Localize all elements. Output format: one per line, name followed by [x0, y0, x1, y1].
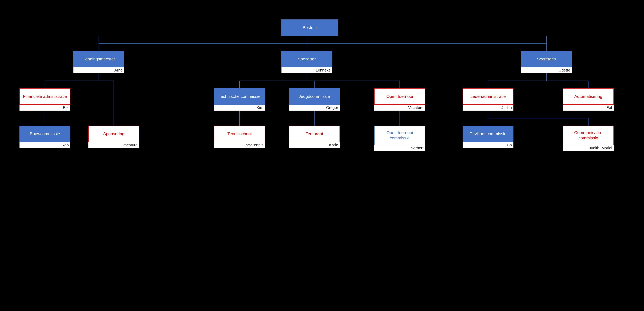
sponsoring-label: Sponsoring	[103, 131, 124, 137]
connector-lines	[0, 0, 644, 311]
ledenadmin-name: Judith	[462, 105, 514, 111]
tech-commissie-name: Kim	[214, 105, 265, 111]
bestuur-label: Bestuur	[303, 25, 317, 30]
communicatie-commissie-box: Communicatie-commissie	[563, 126, 614, 145]
node-jeugdcommissie: Jeugdcommissie Gregor	[289, 88, 340, 111]
automatisering-box: Automatisering	[563, 88, 614, 105]
tech-commissie-label: Technische commissie	[218, 94, 260, 99]
fin-admin-name: Eef	[20, 105, 70, 111]
automatisering-name: Eef	[563, 105, 614, 111]
bouwcommissie-box: Bouwcommissie	[20, 126, 70, 142]
jeugdcommissie-name: Gregor	[289, 105, 340, 111]
automatisering-label: Automatisering	[574, 94, 602, 99]
jeugdcommissie-box: Jeugdcommissie	[289, 88, 340, 105]
bouwcommissie-name: Rob	[20, 142, 70, 148]
node-automatisering: Automatisering Eef	[563, 88, 614, 111]
fin-admin-label: Financiële administratie	[23, 94, 67, 99]
node-tech-commissie: Technische commissie Kim	[214, 88, 265, 111]
tentorant-label: Tentorant	[306, 131, 323, 137]
secretaris-label: Secretaris	[537, 56, 556, 62]
node-tentorant: Tentorant Karin	[289, 126, 340, 148]
communicatie-commissie-name: Judith, Mariel	[563, 145, 614, 151]
secretaris-box: Secretaris	[521, 51, 572, 67]
ledenadmin-label: Ledenadministratie	[470, 94, 506, 99]
secretaris-name: Odette	[521, 67, 572, 73]
sponsoring-name: Vacature	[88, 142, 139, 148]
penningsmeester-label: Penningsmeester	[82, 56, 115, 62]
node-penningsmeester: Penningsmeester Arno	[73, 51, 124, 73]
paviljoencommissie-name: Co	[462, 142, 514, 148]
node-secretaris: Secretaris Odette	[521, 51, 572, 73]
node-open-toernooi: Open toernooi Vacature	[374, 88, 425, 111]
open-toernooi-box: Open toernooi	[374, 88, 425, 105]
open-toernooi-label: Open toernooi	[386, 94, 413, 99]
tennisschool-box: Tennisschool	[214, 126, 265, 142]
communicatie-commissie-label: Communicatie-commissie	[565, 130, 612, 141]
node-bestuur: Bestuur	[282, 19, 338, 36]
tennisschool-label: Tennisschool	[228, 131, 252, 137]
sponsoring-box: Sponsoring	[88, 126, 139, 142]
node-fin-admin: Financiële administratie Eef	[20, 88, 70, 111]
fin-admin-box: Financiële administratie	[20, 88, 70, 105]
open-toernooi-commissie-label: Open toernooi commissie	[376, 130, 423, 141]
org-chart: Bestuur Penningsmeester Arno Voorzitter …	[0, 0, 644, 311]
tentorant-name: Karin	[289, 142, 340, 148]
node-paviljoencommissie: Paviljoencommissie Co	[462, 126, 514, 148]
node-open-toernooi-commissie: Open toernooi commissie Norbert	[374, 126, 425, 151]
node-bouwcommissie: Bouwcommissie Rob	[20, 126, 70, 148]
jeugdcommissie-label: Jeugdcommissie	[299, 94, 330, 99]
voorzitter-name: Lenneke	[282, 67, 332, 73]
tentorant-box: Tentorant	[289, 126, 340, 142]
paviljoencommissie-box: Paviljoencommissie	[462, 126, 514, 142]
node-tennisschool: Tennisschool One2Tennis	[214, 126, 265, 148]
penningsmeester-box: Penningsmeester	[73, 51, 124, 67]
open-toernooi-commissie-name: Norbert	[374, 145, 425, 151]
open-toernooi-commissie-box: Open toernooi commissie	[374, 126, 425, 145]
node-sponsoring: Sponsoring Vacature	[88, 126, 139, 148]
ledenadmin-box: Ledenadministratie	[462, 88, 514, 105]
paviljoencommissie-label: Paviljoencommissie	[470, 131, 506, 137]
voorzitter-label: Voorzitter	[298, 56, 316, 62]
bouwcommissie-label: Bouwcommissie	[30, 131, 60, 137]
tennisschool-name: One2Tennis	[214, 142, 265, 148]
tech-commissie-box: Technische commissie	[214, 88, 265, 105]
voorzitter-box: Voorzitter	[282, 51, 332, 67]
node-ledenadmin: Ledenadministratie Judith	[462, 88, 514, 111]
bestuur-box: Bestuur	[282, 19, 338, 36]
open-toernooi-name: Vacature	[374, 105, 425, 111]
node-voorzitter: Voorzitter Lenneke	[282, 51, 332, 73]
penningsmeester-name: Arno	[73, 67, 124, 73]
node-communicatie-commissie: Communicatie-commissie Judith, Mariel	[563, 126, 614, 151]
